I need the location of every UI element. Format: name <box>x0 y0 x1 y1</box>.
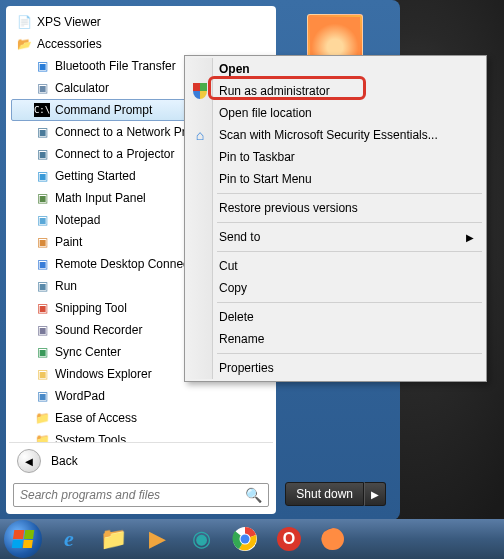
taskbar-app-teal[interactable]: ◉ <box>180 522 222 556</box>
context-menu-item[interactable]: Properties <box>187 357 484 379</box>
context-menu-item[interactable]: Open <box>187 58 484 80</box>
program-label: Sound Recorder <box>55 323 142 337</box>
xps-icon: 📄 <box>15 13 33 31</box>
context-menu-separator <box>217 302 482 303</box>
context-menu-item[interactable]: Run as administrator <box>187 80 484 102</box>
taskbar-internet-explorer[interactable]: e <box>48 522 90 556</box>
context-menu-label: Pin to Start Menu <box>219 172 312 186</box>
subfolder-item[interactable]: 📁Ease of Access <box>11 407 271 429</box>
windows-logo-icon <box>12 530 35 548</box>
shield-icon <box>191 82 209 100</box>
rdp-icon: ▣ <box>33 255 51 273</box>
context-menu-item[interactable]: Cut <box>187 255 484 277</box>
context-menu-label: Cut <box>219 259 238 273</box>
program-label: Paint <box>55 235 82 249</box>
wordpad-icon: ▣ <box>33 387 51 405</box>
bluetooth-icon: ▣ <box>33 57 51 75</box>
folder-label: Ease of Access <box>55 411 137 425</box>
cmd-icon: C:\ <box>33 101 51 119</box>
folder-icon: 📁 <box>33 409 51 427</box>
subfolder-item[interactable]: 📁System Tools <box>11 429 271 442</box>
program-label: Remote Desktop Connectio <box>55 257 202 271</box>
context-menu-label: Restore previous versions <box>219 201 358 215</box>
folder-accessories[interactable]: 📂 Accessories <box>11 33 271 55</box>
projector-icon: ▣ <box>33 123 51 141</box>
opera-icon: O <box>277 527 301 551</box>
program-label: Sync Center <box>55 345 121 359</box>
program-label: Getting Started <box>55 169 136 183</box>
context-menu-separator <box>217 353 482 354</box>
firefox-icon <box>320 526 346 552</box>
context-menu-item[interactable]: Send to▶ <box>187 226 484 248</box>
back-arrow-icon: ◄ <box>17 449 41 473</box>
folder-label: Accessories <box>37 37 102 51</box>
folder-icon: 📁 <box>33 431 51 442</box>
shutdown-group: Shut down ▶ <box>285 482 386 506</box>
ie-icon: e <box>64 526 74 552</box>
program-label: Calculator <box>55 81 109 95</box>
folder-label: System Tools <box>55 433 126 442</box>
search-box[interactable]: 🔍 <box>13 483 269 507</box>
file-explorer-icon: 📁 <box>100 526 127 552</box>
program-label: Command Prompt <box>55 103 152 117</box>
back-button[interactable]: ◄ Back <box>9 442 273 479</box>
paint-icon: ▣ <box>33 233 51 251</box>
program-label: Connect to a Projector <box>55 147 174 161</box>
context-menu-label: Properties <box>219 361 274 375</box>
search-input[interactable] <box>20 488 245 502</box>
notepad-icon: ▣ <box>33 211 51 229</box>
program-label: Snipping Tool <box>55 301 127 315</box>
search-icon: 🔍 <box>245 487 262 503</box>
chrome-icon <box>232 526 258 552</box>
taskbar-chrome[interactable] <box>224 522 266 556</box>
taskbar-firefox[interactable] <box>312 522 354 556</box>
context-menu-item[interactable]: Delete <box>187 306 484 328</box>
taskbar-opera[interactable]: O <box>268 522 310 556</box>
program-label: Run <box>55 279 77 293</box>
context-menu-item[interactable]: Pin to Taskbar <box>187 146 484 168</box>
context-menu-label: Run as administrator <box>219 84 330 98</box>
program-label: Bluetooth File Transfer <box>55 59 176 73</box>
context-menu-item[interactable]: ⌂Scan with Microsoft Security Essentials… <box>187 124 484 146</box>
taskbar-windows-media-player[interactable]: ▶ <box>136 522 178 556</box>
context-menu-item[interactable]: Restore previous versions <box>187 197 484 219</box>
app-teal-icon: ◉ <box>192 526 211 552</box>
context-menu-label: Copy <box>219 281 247 295</box>
context-menu-label: Open file location <box>219 106 312 120</box>
mse-icon: ⌂ <box>191 126 209 144</box>
context-menu-label: Send to <box>219 230 260 244</box>
start-button[interactable] <box>4 520 42 558</box>
program-label: Notepad <box>55 213 100 227</box>
context-menu-separator <box>217 193 482 194</box>
context-menu-item[interactable]: Rename <box>187 328 484 350</box>
taskbar-file-explorer[interactable]: 📁 <box>92 522 134 556</box>
context-menu-label: Rename <box>219 332 264 346</box>
program-xps-viewer[interactable]: 📄 XPS Viewer <box>11 11 271 33</box>
run-icon: ▣ <box>33 277 51 295</box>
shutdown-menu-arrow[interactable]: ▶ <box>364 482 386 506</box>
explorer-icon: ▣ <box>33 365 51 383</box>
shutdown-button[interactable]: Shut down <box>285 482 364 506</box>
program-label: WordPad <box>55 389 105 403</box>
context-menu-item[interactable]: Pin to Start Menu <box>187 168 484 190</box>
program-label: Windows Explorer <box>55 367 152 381</box>
projector-icon: ▣ <box>33 145 51 163</box>
submenu-arrow-icon: ▶ <box>466 232 474 243</box>
program-label: Math Input Panel <box>55 191 146 205</box>
svg-point-3 <box>241 535 250 544</box>
sync-icon: ▣ <box>33 343 51 361</box>
context-menu-item[interactable]: Copy <box>187 277 484 299</box>
folder-icon: 📂 <box>15 35 33 53</box>
program-item[interactable]: ▣WordPad <box>11 385 271 407</box>
snip-icon: ▣ <box>33 299 51 317</box>
taskbar: e📁▶◉O <box>0 519 504 559</box>
getting-started-icon: ▣ <box>33 167 51 185</box>
mic-icon: ▣ <box>33 321 51 339</box>
context-menu: OpenRun as administratorOpen file locati… <box>184 55 487 382</box>
math-icon: ▣ <box>33 189 51 207</box>
context-menu-item[interactable]: Open file location <box>187 102 484 124</box>
context-menu-separator <box>217 222 482 223</box>
program-label: Connect to a Network Pro <box>55 125 192 139</box>
context-menu-label: Pin to Taskbar <box>219 150 295 164</box>
context-menu-label: Delete <box>219 310 254 324</box>
